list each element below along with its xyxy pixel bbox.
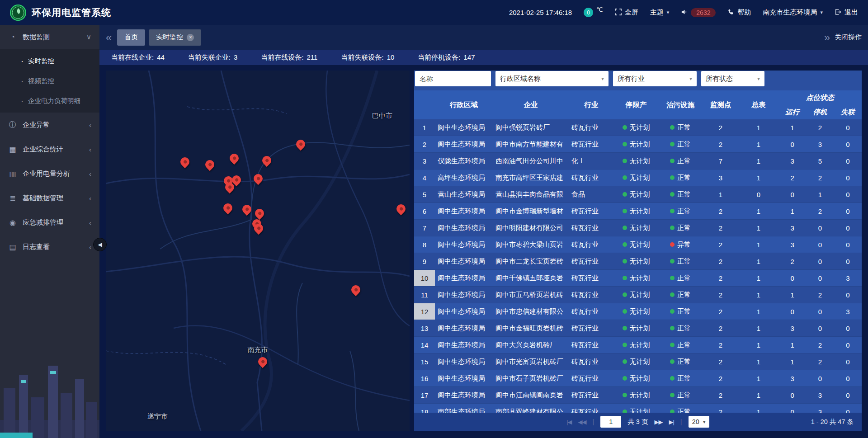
cell-company: 阆中市金福旺页岩机砖: [493, 320, 569, 336]
map-canvas[interactable]: 巴中市南充市遂宁市: [106, 71, 410, 431]
stat-item: 当前失联设备:10: [341, 53, 394, 62]
status-filter-select[interactable]: 所有状态 ▾: [701, 71, 764, 86]
table-row[interactable]: 6阆中生态环境局阆中市金博瑞新型墙材砖瓦行业无计划正常21120: [414, 203, 862, 220]
table-row[interactable]: 17阆中生态环境局阆中市江南镇阆南页岩砖瓦行业无计划正常21030: [414, 387, 862, 404]
region-filter-select[interactable]: 行政区域名称 ▾: [495, 71, 609, 86]
tab-实时监控[interactable]: 实时监控×: [149, 29, 201, 46]
map-pin[interactable]: [230, 154, 239, 163]
cell-points: 7: [703, 153, 739, 169]
table-row[interactable]: 4高坪生态环境局南充市高坪区王家店建砖瓦行业无计划正常31220: [414, 170, 862, 186]
table-row[interactable]: 15阆中生态环境局阆中市光富页岩机砖厂砖瓦行业无计划正常21120: [414, 353, 862, 370]
cell-stop: 2: [806, 287, 834, 303]
sidebar-group-label: 日志查看: [23, 243, 50, 251]
stat-label: 当前停机设备:: [418, 53, 460, 62]
sidebar-item[interactable]: ·实时监控: [0, 51, 99, 71]
map-pin[interactable]: [296, 140, 305, 149]
industry-filter-select[interactable]: 所有行业 ▾: [613, 71, 697, 86]
sidebar-item-label: 企业电力负荷明细: [28, 97, 80, 105]
table-row[interactable]: 10阆中生态环境局阆中千佛镇五郎垭页岩砖瓦行业无计划正常21003: [414, 270, 862, 287]
sidebar-group-label: 企业综合统计: [23, 145, 63, 154]
status-dot-icon: [623, 192, 627, 197]
row-number: 6: [414, 203, 435, 219]
stat-value: 44: [157, 53, 165, 62]
org-dropdown[interactable]: 南充市生态环境局 ▾: [763, 8, 823, 17]
sidebar-group[interactable]: ▤日志查看‹: [0, 235, 99, 259]
prev-page-button[interactable]: ◀◀: [578, 419, 586, 425]
sidebar-group[interactable]: ◉应急减排管理‹: [0, 210, 99, 235]
status-dot-icon: [670, 376, 675, 381]
map-pin[interactable]: [254, 174, 263, 183]
cell-facility: 正常: [658, 320, 703, 336]
total-pages-text: 共 3 页: [627, 418, 648, 426]
table-row[interactable]: 12阆中生态环境局阆中市忠信建材有限公砖瓦行业无计划正常21003: [414, 303, 862, 320]
cell-meter: 1: [739, 270, 778, 286]
row-number: 2: [414, 136, 435, 152]
map-pin[interactable]: [242, 205, 251, 214]
tab-首页[interactable]: 首页: [117, 29, 145, 46]
sidebar-group[interactable]: ⓘ企业异常‹: [0, 113, 99, 137]
table-row[interactable]: 1阆中生态环境局阆中强锐页岩砖厂砖瓦行业无计划正常21120: [414, 119, 862, 136]
sidebar-group[interactable]: ▥企业用电量分析‹: [0, 161, 99, 186]
next-page-button[interactable]: ▶▶: [654, 419, 662, 425]
cell-stop: 3: [806, 404, 834, 413]
cell-meter: 1: [739, 404, 778, 413]
map-pin[interactable]: [255, 209, 264, 218]
table-row[interactable]: 9阆中生态环境局阆中市二龙长宝页岩砖砖瓦行业无计划正常21200: [414, 253, 862, 270]
cell-facility: 正常: [658, 253, 703, 269]
map-pin[interactable]: [180, 157, 189, 166]
status-dot-icon: [623, 309, 627, 314]
logout-icon: [835, 9, 841, 17]
sidebar-group[interactable]: ▦企业综合统计‹: [0, 137, 99, 161]
name-filter-input[interactable]: [415, 71, 491, 86]
sidebar-item[interactable]: ·企业电力负荷明细: [0, 91, 99, 111]
cell-stop: 2: [806, 203, 834, 219]
help-button[interactable]: 帮助: [727, 8, 751, 17]
cell-company: 阆中大兴页岩机砖厂: [493, 337, 569, 353]
table-row[interactable]: 7阆中生态环境局阆中明阳建材有限公司砖瓦行业无计划正常21300: [414, 220, 862, 236]
fullscreen-button[interactable]: 全屏: [615, 8, 638, 17]
table-row[interactable]: 18南部生态环境局南部县双峰建材有限公砖瓦行业无计划正常21030: [414, 404, 862, 413]
page-input[interactable]: 1: [600, 416, 621, 428]
table-row[interactable]: 8阆中生态环境局阆中市枣碧大梁山页岩砖瓦行业无计划异常21300: [414, 236, 862, 253]
logout-button[interactable]: 退出: [835, 8, 858, 17]
table-row[interactable]: 16阆中生态环境局阆中市石子页岩机砖厂砖瓦行业无计划正常21300: [414, 370, 862, 387]
map-pin[interactable]: [258, 357, 267, 366]
status-dot-icon: [623, 159, 627, 163]
first-page-button[interactable]: |◀: [566, 419, 571, 425]
sidebar-group[interactable]: ≣基础数据管理‹: [0, 186, 99, 210]
cell-meter: 1: [739, 236, 778, 253]
col-region: 行政区域: [435, 90, 493, 119]
status-dot-icon: [670, 175, 675, 180]
map-pin[interactable]: [205, 160, 214, 169]
cell-points: 3: [703, 170, 739, 186]
cell-meter: 1: [739, 220, 778, 236]
table-row[interactable]: 2阆中生态环境局阆中市南方节能建材有砖瓦行业无计划正常21030: [414, 136, 862, 153]
tabs-scroll-right-button[interactable]: »: [824, 32, 830, 43]
tabs-scroll-left-button[interactable]: «: [106, 32, 112, 43]
table-row[interactable]: 11阆中生态环境局阆中市五马桥页岩机砖砖瓦行业无计划正常21120: [414, 287, 862, 303]
page-size-select[interactable]: 20 ▾: [689, 416, 709, 428]
map-pin[interactable]: [223, 203, 232, 212]
sidebar-item[interactable]: ·视频监控: [0, 71, 99, 91]
close-operations-button[interactable]: 关闭操作: [835, 33, 862, 42]
theme-dropdown[interactable]: 主题 ▾: [650, 8, 670, 17]
sidebar-group[interactable]: ◔数据监测∨: [0, 25, 99, 49]
phone-icon: [727, 9, 734, 17]
map-pin[interactable]: [396, 204, 406, 213]
map-pin[interactable]: [262, 156, 271, 165]
map-pin[interactable]: [225, 183, 234, 192]
last-page-button[interactable]: ▶|: [669, 419, 674, 425]
sidebar-collapse-toggle[interactable]: ◀: [93, 238, 107, 251]
map-pin[interactable]: [254, 224, 263, 233]
table-row[interactable]: 14阆中生态环境局阆中大兴页岩机砖厂砖瓦行业无计划正常21120: [414, 337, 862, 353]
table-row[interactable]: 13阆中生态环境局阆中市金福旺页岩机砖砖瓦行业无计划正常21300: [414, 320, 862, 337]
cell-stop: 3: [806, 136, 834, 152]
stat-item: 当前在线设备:211: [261, 53, 317, 62]
close-icon[interactable]: ×: [187, 34, 194, 41]
cell-run: 1: [778, 287, 806, 303]
table-row[interactable]: 5营山生态环境局营山县润丰肉食品有限食品无计划正常10010: [414, 186, 862, 203]
table-row[interactable]: 3仪陇生态环境局西南油气田分公司川中化工无计划正常71350: [414, 153, 862, 170]
map-pin[interactable]: [351, 285, 360, 294]
cell-points: 2: [703, 253, 739, 269]
alarm-widget[interactable]: 2632: [681, 8, 716, 17]
